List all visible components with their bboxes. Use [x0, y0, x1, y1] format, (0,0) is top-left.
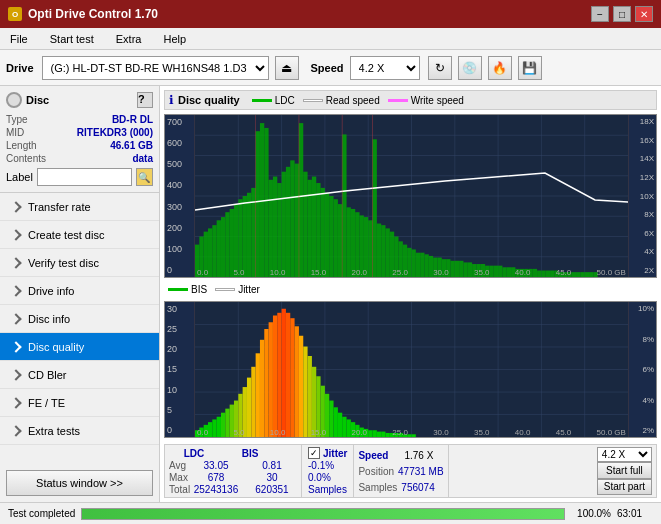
stats-speed-position: Speed 1.76 X Position 47731 MB Samples 7…	[354, 445, 448, 497]
x-label: 5.0	[233, 268, 244, 277]
stats-speed-select[interactable]: 4.2 X	[597, 447, 652, 462]
progress-bar-fill	[82, 509, 564, 519]
jitter-checkbox[interactable]: ✓	[308, 447, 320, 459]
x-label: 0.0	[197, 428, 208, 437]
refresh-button[interactable]: ↻	[428, 56, 452, 80]
disc-contents-value: data	[132, 153, 153, 164]
sidebar-item-verify-test-disc[interactable]: Verify test disc	[0, 249, 159, 277]
x-label: 40.0	[515, 268, 531, 277]
y-right-label: 10%	[631, 304, 654, 313]
eject-button[interactable]: ⏏	[275, 56, 299, 80]
stats-headers: LDC BIS	[169, 448, 297, 459]
menu-file[interactable]: File	[4, 31, 34, 47]
disc-label-input[interactable]	[37, 168, 132, 186]
sidebar-item-fe-te[interactable]: FE / TE	[0, 389, 159, 417]
chart-header: ℹ Disc quality LDC Read speed Write spee…	[164, 90, 657, 110]
top-chart-svg	[195, 115, 628, 277]
bottom-chart-plot: 0.0 5.0 10.0 15.0 20.0 25.0 30.0 35.0 40…	[195, 302, 628, 437]
y-label: 15	[167, 364, 192, 374]
write-speed-color-swatch	[388, 99, 408, 102]
sidebar-item-transfer-rate[interactable]: Transfer rate	[0, 193, 159, 221]
disc-contents-label: Contents	[6, 153, 46, 164]
y-right-label: 4%	[631, 396, 654, 405]
legend-bis: BIS	[168, 284, 207, 295]
y-label: 100	[167, 244, 192, 254]
svg-rect-145	[273, 316, 277, 438]
bottom-chart-x-axis: 0.0 5.0 10.0 15.0 20.0 25.0 30.0 35.0 40…	[195, 428, 628, 437]
svg-rect-30	[256, 131, 260, 277]
disc-button[interactable]: 💿	[458, 56, 482, 80]
bottom-chart-container: 30 25 20 15 10 5 0	[164, 301, 657, 438]
max-jitter-value: 0.0%	[308, 472, 347, 483]
y-label: 5	[167, 405, 192, 415]
drive-select[interactable]: (G:) HL-DT-ST BD-RE WH16NS48 1.D3	[42, 56, 269, 80]
legend-write-speed: Write speed	[388, 95, 464, 106]
close-button[interactable]: ✕	[635, 6, 653, 22]
arrow-icon	[10, 397, 21, 408]
y-right-label: 2X	[631, 266, 654, 275]
menu-start-test[interactable]: Start test	[44, 31, 100, 47]
disc-mid-label: MID	[6, 127, 24, 138]
total-ldc-value: 25243136	[191, 484, 241, 495]
avg-jitter-value: -0.1%	[308, 460, 347, 471]
x-label: 30.0	[433, 268, 449, 277]
sidebar-item-disc-quality[interactable]: Disc quality	[0, 333, 159, 361]
x-label: 10.0	[270, 268, 286, 277]
stats-bar: LDC BIS Avg 33.05 0.81 Max 678 30 Total …	[164, 444, 657, 498]
start-part-button[interactable]: Start part	[597, 479, 652, 495]
svg-rect-33	[269, 180, 273, 277]
sidebar-item-create-test-disc[interactable]: Create test disc	[0, 221, 159, 249]
svg-rect-38	[290, 160, 294, 277]
read-speed-color-swatch	[303, 99, 323, 102]
stats-ldc-bis: LDC BIS Avg 33.05 0.81 Max 678 30 Total …	[165, 445, 302, 497]
sidebar-item-label: Drive info	[28, 285, 74, 297]
disc-label-search-button[interactable]: 🔍	[136, 168, 153, 186]
max-row: Max 678 30	[169, 472, 297, 483]
maximize-button[interactable]: □	[613, 6, 631, 22]
disc-header-label: Disc	[26, 94, 49, 106]
sidebar-item-drive-info[interactable]: Drive info	[0, 277, 159, 305]
svg-rect-142	[260, 340, 264, 437]
x-label: 50.0 GB	[597, 428, 626, 437]
arrow-icon	[10, 201, 21, 212]
svg-rect-28	[247, 193, 251, 277]
sidebar-item-label: CD Bler	[28, 369, 67, 381]
y-right-label: 4X	[631, 247, 654, 256]
total-row: Total 25243136 620351	[169, 484, 297, 495]
menu-help[interactable]: Help	[157, 31, 192, 47]
disc-panel: Disc ? Type BD-R DL MID RITEKDR3 (000) L…	[0, 86, 159, 193]
sidebar-item-disc-info[interactable]: Disc info	[0, 305, 159, 333]
disc-info-button[interactable]: ?	[137, 92, 153, 108]
x-label: 15.0	[311, 268, 327, 277]
svg-rect-154	[312, 367, 316, 437]
svg-rect-147	[282, 309, 286, 437]
save-button[interactable]: 💾	[518, 56, 542, 80]
y-right-label: 8%	[631, 335, 654, 344]
speed-column-header: Speed	[358, 450, 388, 461]
legend-bottom-header: BIS Jitter	[164, 282, 657, 297]
progress-bar-container	[81, 508, 565, 520]
minimize-button[interactable]: −	[591, 6, 609, 22]
menu-extra[interactable]: Extra	[110, 31, 148, 47]
x-label: 25.0	[392, 428, 408, 437]
stats-jitter: ✓ Jitter -0.1% 0.0% Samples	[302, 445, 354, 497]
sidebar-item-extra-tests[interactable]: Extra tests	[0, 417, 159, 445]
y-label: 30	[167, 304, 192, 314]
burn-button[interactable]: 🔥	[488, 56, 512, 80]
speed-label: Speed	[311, 62, 344, 74]
legend-ldc: LDC	[252, 95, 295, 106]
start-full-button[interactable]: Start full	[597, 462, 652, 478]
svg-rect-24	[230, 209, 234, 277]
avg-row: Avg 33.05 0.81	[169, 460, 297, 471]
title-bar: O Opti Drive Control 1.70 − □ ✕	[0, 0, 661, 28]
sidebar-item-cd-bler[interactable]: CD Bler	[0, 361, 159, 389]
top-chart-container: 700 600 500 400 300 200 100 0	[164, 114, 657, 278]
y-label: 25	[167, 324, 192, 334]
disc-length-label: Length	[6, 140, 37, 151]
bottom-chart-y-axis-left: 30 25 20 15 10 5 0	[165, 302, 195, 437]
y-label: 10	[167, 385, 192, 395]
bis-label: BIS	[191, 284, 207, 295]
status-window-button[interactable]: Status window >>	[6, 470, 153, 496]
speed-select[interactable]: 4.2 X	[350, 56, 420, 80]
svg-rect-39	[295, 164, 299, 277]
